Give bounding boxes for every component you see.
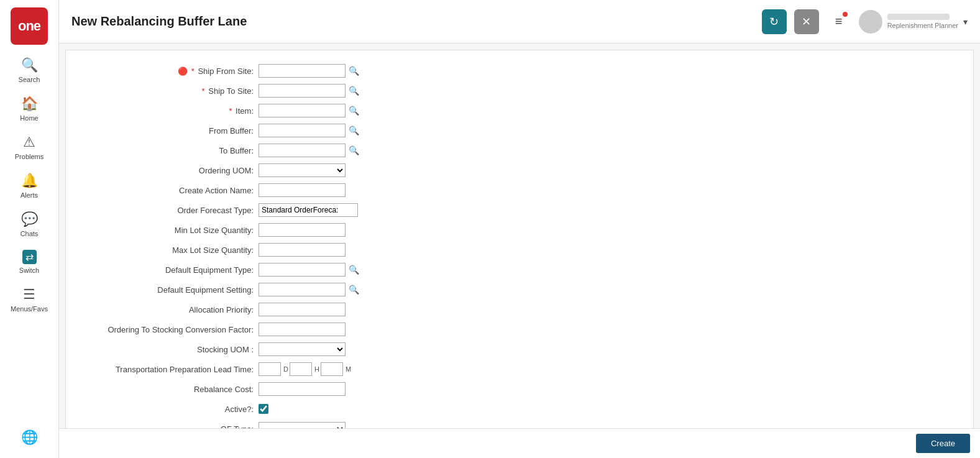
field-rebalance-cost: Rebalance Cost:: [85, 381, 955, 397]
sidebar-item-alerts[interactable]: 🔔 Alerts: [0, 167, 58, 205]
of-type-select[interactable]: [259, 422, 346, 428]
field-default-equipment-setting: Default Equipment Setting: 🔍: [85, 282, 955, 298]
header: New Rebalancing Buffer Lane ↻ ✕ ≡ Replen…: [59, 0, 980, 44]
user-role: Replenishment Planner: [887, 22, 958, 29]
chevron-down-icon: ▾: [963, 17, 968, 27]
sidebar-item-chats[interactable]: 💬 Chats: [0, 205, 58, 244]
transport-days-input[interactable]: [259, 362, 281, 376]
stocking-uom-select[interactable]: [259, 342, 346, 356]
field-ordering-uom: Ordering UOM:: [85, 162, 955, 178]
menus-icon: ☰: [23, 286, 35, 303]
search-icon: 🔍: [21, 57, 38, 73]
rebalance-cost-input[interactable]: [259, 382, 346, 396]
ship-from-site-lookup-icon[interactable]: 🔍: [347, 64, 360, 78]
user-name-blurred: [887, 14, 950, 20]
transport-hours-input[interactable]: [290, 362, 312, 376]
field-ordering-stocking-cf: Ordering To Stocking Conversion Factor:: [85, 321, 955, 337]
hours-label: H: [314, 365, 319, 373]
sidebar-label-search: Search: [19, 76, 40, 83]
field-order-forecast-type: Order Forecast Type:: [85, 202, 955, 218]
default-equipment-type-lookup-icon[interactable]: 🔍: [347, 263, 360, 277]
field-ship-from-site: 🔴 * Ship From Site: 🔍: [85, 63, 955, 79]
field-of-type: OF Type:: [85, 421, 955, 428]
field-create-action-name: Create Action Name:: [85, 182, 955, 198]
field-allocation-priority: Allocation Priority:: [85, 301, 955, 318]
sidebar-label-switch: Switch: [19, 267, 39, 274]
max-lot-size-qty-input[interactable]: [259, 243, 346, 257]
user-area[interactable]: Replenishment Planner ▾: [859, 10, 968, 34]
content-area: 🔴 * Ship From Site: 🔍 * Ship To Site: 🔍: [59, 44, 980, 428]
app-logo[interactable]: one: [11, 7, 48, 45]
field-active: Active?:: [85, 401, 955, 417]
to-buffer-lookup-icon[interactable]: 🔍: [347, 144, 360, 157]
page-title: New Rebalancing Buffer Lane: [71, 14, 754, 29]
create-button[interactable]: Create: [916, 434, 970, 453]
close-button[interactable]: ✕: [794, 9, 819, 34]
minutes-label: M: [346, 365, 351, 373]
form-container: 🔴 * Ship From Site: 🔍 * Ship To Site: 🔍: [65, 50, 974, 428]
sidebar-label-home: Home: [20, 114, 38, 122]
min-lot-size-qty-input[interactable]: [259, 223, 346, 237]
default-equipment-setting-lookup-icon[interactable]: 🔍: [347, 283, 360, 296]
sidebar-label-menus: Menus/Favs: [11, 305, 48, 313]
ordering-stocking-cf-input[interactable]: [259, 323, 346, 336]
field-default-equipment-type: Default Equipment Type: 🔍: [85, 262, 955, 278]
sidebar-bottom: 🌐: [18, 423, 41, 452]
problems-icon: ⚠: [23, 134, 35, 150]
main-area: New Rebalancing Buffer Lane ↻ ✕ ≡ Replen…: [59, 0, 980, 458]
notification-badge: [841, 11, 849, 18]
ordering-uom-select[interactable]: [259, 163, 346, 177]
ship-to-site-lookup-icon[interactable]: 🔍: [347, 84, 360, 98]
sidebar-item-menus[interactable]: ☰ Menus/Favs: [0, 280, 58, 319]
alerts-icon: 🔔: [21, 173, 38, 189]
default-equipment-setting-input[interactable]: [259, 283, 346, 296]
footer: Create: [59, 428, 980, 458]
sidebar-label-chats: Chats: [21, 230, 39, 237]
error-icon: 🔴: [178, 66, 188, 76]
menu-button[interactable]: ≡: [827, 9, 851, 34]
sidebar-label-alerts: Alerts: [21, 191, 38, 199]
from-buffer-lookup-icon[interactable]: 🔍: [347, 124, 360, 137]
ship-from-site-input[interactable]: [259, 64, 346, 78]
switch-icon: ⇄: [22, 250, 37, 264]
field-stocking-uom: Stocking UOM :: [85, 341, 955, 357]
field-ship-to-site: * Ship To Site: 🔍: [85, 83, 955, 99]
to-buffer-input[interactable]: [259, 144, 346, 157]
globe-icon: 🌐: [21, 429, 38, 446]
avatar: [859, 10, 882, 34]
create-action-name-input[interactable]: [259, 183, 346, 197]
item-lookup-icon[interactable]: 🔍: [347, 104, 360, 117]
time-fields: D H M: [259, 362, 351, 376]
default-equipment-type-input[interactable]: [259, 263, 346, 277]
field-min-lot-size-qty: Min Lot Size Quantity:: [85, 222, 955, 238]
field-from-buffer: From Buffer: 🔍: [85, 122, 955, 139]
allocation-priority-input[interactable]: [259, 303, 346, 316]
order-forecast-type-input[interactable]: [259, 203, 358, 217]
sidebar-item-problems[interactable]: ⚠ Problems: [0, 128, 58, 167]
sidebar: one 🔍 Search 🏠 Home ⚠ Problems 🔔 Alerts …: [0, 0, 59, 458]
from-buffer-input[interactable]: [259, 124, 346, 137]
sidebar-label-problems: Problems: [15, 153, 44, 160]
field-max-lot-size-qty: Max Lot Size Quantity:: [85, 242, 955, 258]
refresh-button[interactable]: ↻: [762, 9, 787, 34]
sidebar-item-switch[interactable]: ⇄ Switch: [0, 244, 58, 280]
home-icon: 🏠: [21, 96, 38, 112]
field-transport-lead-time: Transportation Preparation Lead Time: D …: [85, 361, 955, 377]
days-label: D: [283, 365, 288, 373]
field-to-buffer: To Buffer: 🔍: [85, 142, 955, 158]
field-item: * Item: 🔍: [85, 103, 955, 119]
active-checkbox[interactable]: [259, 404, 268, 414]
ship-to-site-input[interactable]: [259, 84, 346, 98]
chats-icon: 💬: [21, 211, 38, 227]
item-input[interactable]: [259, 104, 346, 117]
transport-minutes-input[interactable]: [321, 362, 343, 376]
sidebar-item-search[interactable]: 🔍 Search: [0, 51, 58, 89]
sidebar-item-globe[interactable]: 🌐: [18, 423, 41, 452]
sidebar-item-home[interactable]: 🏠 Home: [0, 89, 58, 128]
